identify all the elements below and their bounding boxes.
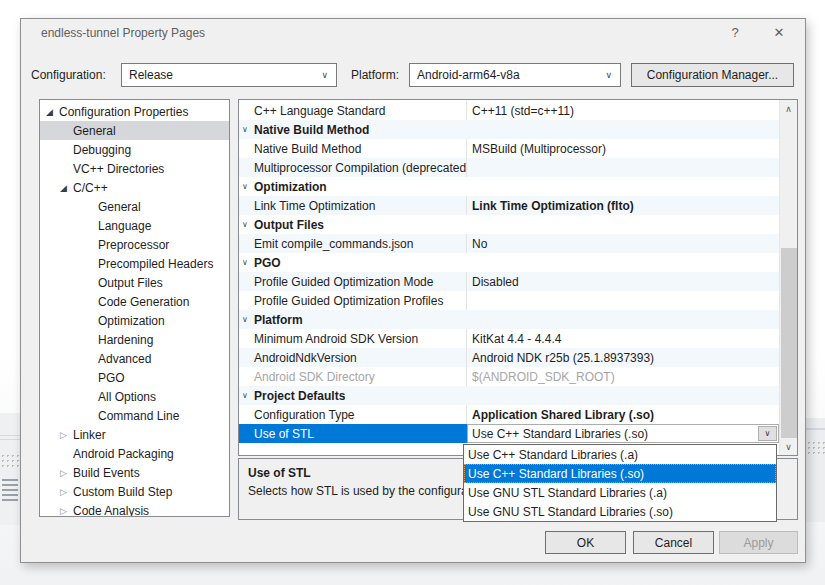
property-row[interactable]: Native Build MethodMSBuild (Multiprocess… <box>239 139 779 158</box>
tree-item-code-analysis[interactable]: ▷Code Analysis <box>40 501 229 517</box>
combobox-dropdown-button[interactable]: ∨ <box>758 426 777 441</box>
property-value[interactable]: KitKat 4.4 - 4.4.4 <box>467 329 779 348</box>
background-list-icon <box>2 479 18 501</box>
tree-item-general[interactable]: General <box>40 121 229 140</box>
property-row[interactable]: Link Time OptimizationLink Time Optimiza… <box>239 196 779 215</box>
tree-item-label: Command Line <box>98 409 179 423</box>
tree-item-linker[interactable]: ▷Linker <box>40 425 229 444</box>
tree-item-all-options[interactable]: All Options <box>40 387 229 406</box>
property-value[interactable] <box>467 291 779 310</box>
property-row[interactable]: Multiprocessor Compilation (deprecated) <box>239 158 779 177</box>
tree-item-pgo[interactable]: PGO <box>40 368 229 387</box>
chevron-down-icon[interactable]: ∨ <box>242 253 254 272</box>
tree-item-configuration-properties[interactable]: ◢Configuration Properties <box>40 102 229 121</box>
property-row-disabled: Android SDK Directory$(ANDROID_SDK_ROOT) <box>239 367 779 386</box>
property-value[interactable]: Disabled <box>467 272 779 291</box>
close-button[interactable]: ✕ <box>765 23 793 43</box>
dropdown-option-highlighted[interactable]: Use C++ Standard Libraries (.so) <box>464 464 776 483</box>
scroll-down-icon[interactable]: ∨ <box>780 438 797 455</box>
category-name: Output Files <box>254 215 324 234</box>
property-row[interactable]: Minimum Android SDK VersionKitKat 4.4 - … <box>239 329 779 348</box>
dropdown-option[interactable]: Use GNU STL Standard Libraries (.a) <box>464 483 776 502</box>
property-value[interactable]: Android NDK r25b (25.1.8937393) <box>467 348 779 367</box>
tree-item-hardening[interactable]: Hardening <box>40 330 229 349</box>
scrollbar-thumb[interactable] <box>781 248 797 438</box>
property-value[interactable] <box>467 158 779 177</box>
category-row[interactable]: ∨Native Build Method <box>239 120 779 139</box>
chevron-down-icon[interactable]: ∨ <box>242 177 254 196</box>
tree-item-preprocessor[interactable]: Preprocessor <box>40 235 229 254</box>
tree-item-label: Language <box>98 219 151 233</box>
background-lines <box>0 435 20 443</box>
expand-icon[interactable]: ◢ <box>60 183 73 193</box>
configuration-manager-button[interactable]: Configuration Manager... <box>631 63 794 87</box>
tree-item-vcpp-directories[interactable]: VC++ Directories <box>40 159 229 178</box>
tree-item-code-generation[interactable]: Code Generation <box>40 292 229 311</box>
title-bar[interactable]: endless-tunnel Property Pages <box>21 19 805 47</box>
category-row[interactable]: ∨Platform <box>239 310 779 329</box>
category-row[interactable]: ∨PGO <box>239 253 779 272</box>
category-name: Project Defaults <box>254 386 345 405</box>
property-value[interactable]: MSBuild (Multiprocessor) <box>467 139 779 158</box>
tree-item-output-files[interactable]: Output Files <box>40 273 229 292</box>
platform-dropdown[interactable]: Android-arm64-v8a ∨ <box>409 63 621 87</box>
tree-item-command-line[interactable]: Command Line <box>40 406 229 425</box>
property-name: Profile Guided Optimization Profiles <box>239 291 467 310</box>
property-row[interactable]: Profile Guided Optimization ModeDisabled <box>239 272 779 291</box>
category-row[interactable]: ∨Output Files <box>239 215 779 234</box>
background-dotted-texture <box>806 440 825 454</box>
tree-item-android-packaging[interactable]: Android Packaging <box>40 444 229 463</box>
chevron-down-icon[interactable]: ∨ <box>242 386 254 405</box>
vertical-scrollbar[interactable]: ∧ ∨ <box>779 100 797 455</box>
tree-item-optimization[interactable]: Optimization <box>40 311 229 330</box>
tree-item-advanced[interactable]: Advanced <box>40 349 229 368</box>
tree-item-label: PGO <box>98 371 125 385</box>
configuration-dropdown[interactable]: Release ∨ <box>121 63 337 87</box>
property-row-use-of-stl[interactable]: Use of STL Use C++ Standard Libraries (.… <box>239 424 779 443</box>
collapse-icon[interactable]: ▷ <box>60 506 73 516</box>
chevron-down-icon[interactable]: ∨ <box>242 215 254 234</box>
tree-item-language[interactable]: Language <box>40 216 229 235</box>
tree-item-c-cpp[interactable]: ◢C/C++ <box>40 178 229 197</box>
collapse-icon[interactable]: ▷ <box>60 487 73 497</box>
tree-item-custom-build-step[interactable]: ▷Custom Build Step <box>40 482 229 501</box>
tree-item-label: Code Generation <box>98 295 189 309</box>
property-value[interactable]: No <box>467 234 779 253</box>
cancel-button[interactable]: Cancel <box>633 531 714 554</box>
category-row[interactable]: ∨Optimization <box>239 177 779 196</box>
property-rows: C++ Language StandardC++11 (std=c++11) ∨… <box>239 101 779 443</box>
property-row[interactable]: Emit compile_commands.jsonNo <box>239 234 779 253</box>
chevron-down-icon[interactable]: ∨ <box>242 120 254 139</box>
scroll-up-icon[interactable]: ∧ <box>780 100 797 117</box>
tree-item-general-ccpp[interactable]: General <box>40 197 229 216</box>
expand-icon[interactable]: ◢ <box>46 107 59 117</box>
property-value[interactable]: Link Time Optimization (flto) <box>467 196 779 215</box>
tree-item-build-events[interactable]: ▷Build Events <box>40 463 229 482</box>
background-dotted-texture <box>0 453 20 469</box>
tree-item-label: Debugging <box>73 143 131 157</box>
chevron-down-icon[interactable]: ∨ <box>242 310 254 329</box>
dropdown-option[interactable]: Use C++ Standard Libraries (.a) <box>464 445 776 464</box>
ok-button[interactable]: OK <box>545 531 626 554</box>
use-of-stl-combobox[interactable]: Use C++ Standard Libraries (.so) ∨ <box>467 424 779 443</box>
property-value[interactable]: C++11 (std=c++11) <box>467 101 779 120</box>
tree-item-label: Configuration Properties <box>59 105 188 119</box>
property-name: Configuration Type <box>239 405 467 424</box>
property-pages-dialog: endless-tunnel Property Pages ? ✕ Config… <box>20 18 806 563</box>
category-tree: ◢Configuration Properties General Debugg… <box>39 99 230 517</box>
property-row[interactable]: Configuration TypeApplication Shared Lib… <box>239 405 779 424</box>
property-row[interactable]: C++ Language StandardC++11 (std=c++11) <box>239 101 779 120</box>
dropdown-option[interactable]: Use GNU STL Standard Libraries (.so) <box>464 502 776 521</box>
property-name: Link Time Optimization <box>239 196 467 215</box>
tree-item-debugging[interactable]: Debugging <box>40 140 229 159</box>
collapse-icon[interactable]: ▷ <box>60 430 73 440</box>
collapse-icon[interactable]: ▷ <box>60 468 73 478</box>
property-value[interactable]: Application Shared Library (.so) <box>467 405 779 424</box>
help-button[interactable]: ? <box>721 23 749 43</box>
category-row[interactable]: ∨Project Defaults <box>239 386 779 405</box>
tree-item-label: Optimization <box>98 314 165 328</box>
property-row[interactable]: Profile Guided Optimization Profiles <box>239 291 779 310</box>
property-row[interactable]: AndroidNdkVersionAndroid NDK r25b (25.1.… <box>239 348 779 367</box>
property-name: Profile Guided Optimization Mode <box>239 272 467 291</box>
tree-item-precompiled-headers[interactable]: Precompiled Headers <box>40 254 229 273</box>
